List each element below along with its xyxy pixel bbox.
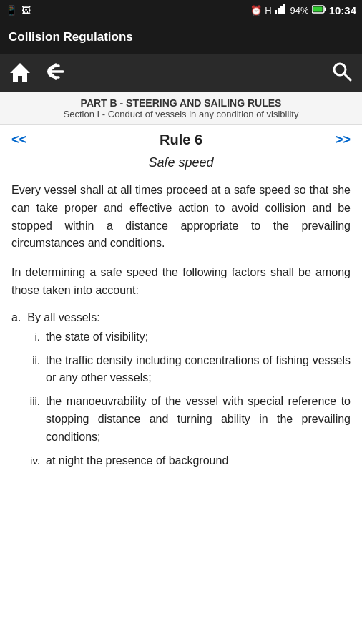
- search-button[interactable]: [331, 73, 353, 85]
- app-bar: Collision Regulations: [0, 20, 362, 54]
- section-subtitle: Section I - Conduct of vessels in any co…: [9, 109, 353, 119]
- back-button[interactable]: [43, 60, 69, 86]
- home-button[interactable]: [9, 60, 31, 86]
- list-section-label: a. By all vessels:: [11, 311, 351, 324]
- svg-rect-0: [275, 10, 277, 14]
- list-marker-iv: iv.: [11, 452, 46, 469]
- status-bar: 📱 🖼 ⏰ H 94% 10:34: [0, 0, 362, 20]
- svg-rect-2: [280, 6, 283, 14]
- prev-rule-button[interactable]: <<: [11, 132, 26, 147]
- battery-icon: [312, 5, 326, 16]
- section-header: PART B - STEERING AND SAILING RULES Sect…: [0, 92, 362, 125]
- battery-percent: 94%: [290, 5, 309, 16]
- nav-bar: [0, 54, 362, 92]
- svg-rect-6: [313, 6, 322, 11]
- section-title: PART B - STEERING AND SAILING RULES: [9, 97, 353, 109]
- sim-icon: 📱: [6, 5, 17, 16]
- svg-line-9: [344, 74, 351, 80]
- list-text-iv: at night the presence of background: [46, 452, 351, 470]
- svg-rect-5: [324, 7, 326, 11]
- svg-marker-7: [10, 63, 30, 82]
- svg-rect-3: [283, 4, 285, 14]
- image-icon: 🖼: [21, 5, 31, 16]
- signal-icon: [275, 4, 288, 16]
- paragraph-1: Every vessel shall at all times proceed …: [11, 182, 351, 253]
- rule-navigation: << Rule 6 >>: [0, 125, 362, 152]
- rule-title: Rule 6: [160, 132, 202, 148]
- alarm-icon: ⏰: [250, 5, 262, 16]
- list-marker-ii: ii.: [11, 352, 46, 369]
- list-item: ii. the traffic density including concen…: [11, 352, 351, 388]
- list-text-ii: the traffic density including concentrat…: [46, 352, 351, 388]
- list-text-iii: the manoeuvrability of the vessel with s…: [46, 393, 351, 446]
- app-title: Collision Regulations: [9, 30, 353, 44]
- list-text-i: the state of visibility;: [46, 328, 351, 346]
- time-display: 10:34: [329, 4, 356, 16]
- list-item: iii. the manoeuvrability of the vessel w…: [11, 393, 351, 446]
- rule-subtitle: Safe speed: [11, 155, 351, 170]
- list-item: i. the state of visibility;: [11, 328, 351, 346]
- next-rule-button[interactable]: >>: [336, 132, 351, 147]
- paragraph-2: In determining a safe speed the followin…: [11, 264, 351, 300]
- list-marker-iii: iii.: [11, 393, 46, 409]
- content-area: Safe speed Every vessel shall at all tim…: [0, 152, 362, 488]
- h-indicator: H: [265, 5, 271, 16]
- list-marker-i: i.: [11, 328, 46, 345]
- list-section-a: a. By all vessels: i. the state of visib…: [11, 311, 351, 470]
- list-item: iv. at night the presence of background: [11, 452, 351, 470]
- svg-rect-1: [278, 8, 280, 14]
